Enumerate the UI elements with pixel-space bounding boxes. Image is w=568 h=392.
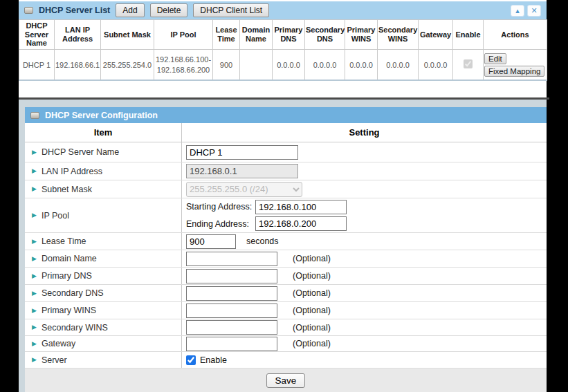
dhcp-server-list-window: DHCP Server List Add Delete DHCP Client … xyxy=(19,0,547,97)
ending-address-input[interactable] xyxy=(255,216,347,231)
row-subnet-mask: ▶Subnet Mask 255.255.255.0 (/24) xyxy=(25,180,547,198)
col-enable: Enable xyxy=(453,20,484,50)
starting-address-label: Starting Address: xyxy=(186,202,255,212)
gateway-label: Gateway xyxy=(42,339,75,348)
optional-note: (Optional) xyxy=(293,323,331,333)
optional-note: (Optional) xyxy=(293,306,331,315)
seconds-label: seconds xyxy=(246,236,279,246)
lease-time-input[interactable] xyxy=(186,234,236,249)
bullet-icon: ▶ xyxy=(32,212,37,218)
col-subnet-mask: Subnet Mask xyxy=(101,20,154,50)
page-background: DHCP Server Configuration Item Setting ▶… xyxy=(19,100,547,392)
cell-primary-wins: 0.0.0.0 xyxy=(345,49,378,80)
bullet-icon: ▶ xyxy=(32,357,37,363)
dhcp-server-name-input[interactable] xyxy=(186,145,298,160)
col-actions: Actions xyxy=(484,20,547,50)
cell-name: DHCP 1 xyxy=(19,49,55,80)
col-domain-name: Domain Name xyxy=(240,20,273,50)
secondary-dns-label: Secondary DNS xyxy=(42,288,104,298)
row-domain-name: ▶Domain Name (Optional) xyxy=(25,250,547,268)
add-button[interactable]: Add xyxy=(116,3,144,17)
optional-note: (Optional) xyxy=(293,339,331,348)
row-lease-time: ▶Lease Time seconds xyxy=(25,233,547,250)
dhcp-config-title: DHCP Server Configuration xyxy=(45,111,158,120)
dhcp-server-table: DHCP Server Name LAN IP Address Subnet M… xyxy=(19,19,547,81)
row-server: ▶Server Enable xyxy=(25,352,547,368)
ip-pool-label: IP Pool xyxy=(42,211,69,221)
server-enable-checkbox[interactable] xyxy=(186,355,196,365)
ip-pool-start: 192.168.66.100- xyxy=(156,55,211,64)
col-ip-pool: IP Pool xyxy=(154,20,213,50)
cell-primary-dns: 0.0.0.0 xyxy=(273,49,305,80)
lan-ip-label: LAN IP Address xyxy=(42,167,102,176)
server-label: Server xyxy=(42,355,67,365)
secondary-wins-input[interactable] xyxy=(186,320,277,335)
cell-subnet-mask: 255.255.254.0 xyxy=(101,49,154,80)
col-primary-dns: Primary DNS xyxy=(273,20,305,50)
bullet-icon: ▶ xyxy=(32,341,37,347)
window-icon xyxy=(30,112,39,119)
fixed-mapping-button[interactable]: Fixed Mapping xyxy=(484,66,544,77)
bullet-icon: ▶ xyxy=(32,256,37,262)
col-lease-time: Lease Time xyxy=(213,20,240,50)
cell-lan-ip: 192.168.66.1 xyxy=(55,49,101,80)
primary-wins-input[interactable] xyxy=(186,304,277,318)
secondary-dns-input[interactable] xyxy=(186,286,277,301)
subnet-mask-label: Subnet Mask xyxy=(42,185,92,194)
col-primary-wins: Primary WINS xyxy=(345,20,378,50)
domain-name-input[interactable] xyxy=(186,252,277,266)
row-dhcp-server-name: ▶DHCP Server Name xyxy=(25,142,547,162)
col-gateway: Gateway xyxy=(419,20,453,50)
dhcp-server-name-label: DHCP Server Name xyxy=(42,147,119,157)
dhcp-client-list-button[interactable]: DHCP Client List xyxy=(193,3,269,17)
gateway-input[interactable] xyxy=(186,337,277,351)
setting-column-header: Setting xyxy=(182,123,547,142)
optional-note: (Optional) xyxy=(293,254,331,263)
bullet-icon: ▶ xyxy=(32,239,37,245)
delete-button[interactable]: Delete xyxy=(150,3,188,17)
cell-enable xyxy=(453,49,484,80)
save-button[interactable]: Save xyxy=(266,373,306,388)
cell-secondary-wins: 0.0.0.0 xyxy=(378,49,419,80)
dhcp-server-list-header: DHCP Server List Add Delete DHCP Client … xyxy=(19,1,547,19)
config-table-header: Item Setting xyxy=(25,123,547,142)
row-primary-wins: ▶Primary WINS (Optional) xyxy=(25,302,547,319)
subnet-mask-select: 255.255.255.0 (/24) xyxy=(186,182,302,197)
dhcp-config-header: DHCP Server Configuration xyxy=(25,107,547,123)
item-column-header: Item xyxy=(25,123,182,142)
row-lan-ip: ▶LAN IP Address xyxy=(25,162,547,180)
cell-lease-time: 900 xyxy=(213,49,240,80)
bullet-icon: ▶ xyxy=(32,308,37,314)
ending-address-label: Ending Address: xyxy=(186,219,255,229)
dhcp-server-list-title: DHCP Server List xyxy=(39,6,110,15)
cell-actions: Edit Fixed Mapping xyxy=(484,49,547,80)
secondary-wins-label: Secondary WINS xyxy=(42,323,108,333)
table-header-row: DHCP Server Name LAN IP Address Subnet M… xyxy=(19,20,547,50)
bullet-icon: ▶ xyxy=(32,149,37,156)
lan-ip-input xyxy=(186,164,298,178)
primary-dns-input[interactable] xyxy=(186,269,277,283)
server-enable-label: Enable xyxy=(200,355,227,365)
optional-note: (Optional) xyxy=(293,288,331,298)
domain-name-label: Domain Name xyxy=(42,254,97,263)
col-secondary-dns: Secondary DNS xyxy=(305,20,345,50)
edit-button[interactable]: Edit xyxy=(484,53,506,64)
collapse-icon[interactable]: ▴ xyxy=(511,5,524,17)
row-ip-pool: ▶IP Pool Starting Address: Ending Addres… xyxy=(25,198,547,233)
ip-pool-end: 192.168.66.200 xyxy=(157,66,210,74)
table-row: DHCP 1 192.168.66.1 255.255.254.0 192.16… xyxy=(19,49,547,80)
window-icon xyxy=(24,7,33,14)
row-gateway: ▶Gateway (Optional) xyxy=(25,336,547,352)
dhcp-config-panel: DHCP Server Configuration Item Setting ▶… xyxy=(25,107,547,392)
cell-secondary-dns: 0.0.0.0 xyxy=(305,49,345,80)
row-secondary-wins: ▶Secondary WINS (Optional) xyxy=(25,319,547,336)
primary-dns-label: Primary DNS xyxy=(42,271,92,281)
cell-gateway: 0.0.0.0 xyxy=(419,49,453,80)
col-lan-ip: LAN IP Address xyxy=(55,20,101,50)
bullet-icon: ▶ xyxy=(32,186,37,192)
starting-address-input[interactable] xyxy=(255,200,347,214)
cell-domain-name xyxy=(240,49,273,80)
row-primary-dns: ▶Primary DNS (Optional) xyxy=(25,268,547,285)
cell-ip-pool: 192.168.66.100- 192.168.66.200 xyxy=(154,49,213,80)
close-icon[interactable]: ✕ xyxy=(527,5,541,17)
